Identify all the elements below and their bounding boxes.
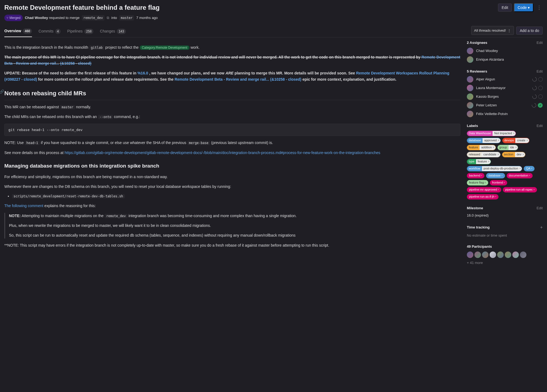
edit-reviewers[interactable]: Edit [537,69,543,74]
threads-resolved[interactable]: All threads resolved! ⋮ [471,26,514,35]
assignee[interactable]: Enrique Alcántara [467,56,543,63]
reviewer[interactable]: Peter Leitzen✓ [467,102,543,109]
code-block: git rebase head~1 --onto remote_dev [4,124,460,136]
label[interactable]: feature flag × [467,180,488,185]
label[interactable]: workflowpost-deploy-db-production × [467,166,522,171]
rerequest-icon[interactable] [531,102,537,108]
rerequest-icon[interactable] [532,76,538,82]
plus-icon[interactable]: + [540,224,543,231]
assignee[interactable]: Chad Woolley [467,48,543,54]
anchor-icon[interactable]: 🔗 [0,89,4,94]
label[interactable]: documentation × [507,173,533,178]
label[interactable]: pipeline:run-all-rspec × [503,187,537,192]
reviewers-block: 5 ReviewersEdit Alper Akgun Laura Montem… [467,69,543,117]
copy-icon[interactable]: ⧉ [107,15,109,21]
avatar[interactable] [520,251,526,258]
reviewer[interactable]: Kassio Borges [467,93,543,100]
tab-changes[interactable]: Changes143 [100,26,126,37]
script-path: scripts/remote_development/reset-remote-… [12,194,125,198]
rerequest-icon[interactable] [532,85,538,91]
pending-icon [538,86,543,90]
label[interactable]: featureaddition × [467,145,496,150]
label[interactable]: pipeline:run-as-if-jh × [467,194,499,200]
code-button[interactable]: Code ▾ [514,3,533,12]
tab-overview[interactable]: Overview460 [4,25,32,37]
author-name[interactable]: Chad Woolley [25,16,48,20]
category-label[interactable]: Category:Remote Development [140,45,190,50]
label[interactable]: pipeline:mr-approved × [467,187,501,192]
time-tracking-block: Time tracking+ No estimate or time spent [467,224,543,238]
more-actions-icon[interactable]: ⋮ [536,3,543,12]
milestone-value[interactable]: 16.0 (expired) [467,213,543,218]
avatar [467,93,473,100]
edit-labels[interactable]: Edit [537,123,543,129]
pending-icon [538,94,543,99]
avatar [467,85,473,91]
label[interactable]: databaseapproved × [467,138,501,143]
avatar[interactable] [474,251,481,258]
label[interactable]: frontend × [490,180,507,185]
target-branch[interactable]: master [119,15,134,21]
edit-milestone[interactable]: Edit [537,205,543,211]
doc-link[interactable]: https://gitlab.com/gitlab-org/remote-dev… [65,151,380,155]
mr-description: This is the integration branch in the Ra… [4,44,460,248]
tab-commits[interactable]: Commits4 [38,26,61,37]
avatar [467,76,473,83]
participants-block: 49 Participants + 41 more [467,244,543,265]
avatar[interactable] [467,251,473,258]
merge-icon: ⑂ [6,15,8,20]
source-branch[interactable]: remote_dev [82,15,105,21]
add-todo-button[interactable]: Add a to do [516,27,543,35]
avatar[interactable] [512,251,519,258]
label[interactable]: backend × [467,173,484,178]
comment-link[interactable]: The following comment [4,204,43,208]
label[interactable]: devopscreate × [502,138,529,143]
reviewer[interactable]: Laura Montemayor [467,85,543,91]
assignees-block: 2 AssigneesEdit Chad Woolley Enrique Alc… [467,40,543,63]
avatar[interactable] [505,251,511,258]
avatar [467,56,473,63]
tab-pipelines[interactable]: Pipelines258 [67,26,93,37]
chevron-down-icon: ⋮ [507,28,511,33]
section-heading: 🔗Notes on rebasing child MRs [4,89,460,100]
label[interactable]: QA × [524,166,535,171]
avatar[interactable] [482,251,489,258]
avatar[interactable] [497,251,504,258]
label[interactable]: releasedcandidate × [467,152,500,157]
edit-button[interactable]: Edit [498,4,512,12]
avatar [467,111,473,117]
mr-title: Remote Development feature behind a feat… [4,3,496,12]
label[interactable]: sectiondev × [502,152,525,157]
status-badge: ⑂Merged [4,15,23,21]
avatar [467,48,473,54]
epic-link[interactable]: Remote Development Beta - Review and mer… [175,77,301,81]
approved-icon: ✓ [538,103,543,108]
avatar[interactable] [490,251,496,258]
more-participants[interactable]: + 41 more [467,260,543,266]
labels-block: LabelsEdit Data WarehouseNot Impacted ×d… [467,123,543,200]
avatar [467,102,473,109]
label[interactable]: groupide × [497,145,518,150]
label[interactable]: Data WarehouseNot Impacted × [467,131,516,136]
label[interactable]: typefeature × [467,159,491,164]
time-ago: 7 months ago [136,15,158,21]
chevron-down-icon: ▾ [528,5,530,10]
rerequest-icon[interactable] [532,94,538,100]
milestone-link[interactable]: %16.0 [137,71,148,75]
section-subheading: Managing database migrations on this int… [4,162,460,170]
time-value: No estimate or time spent [467,233,543,238]
label[interactable]: database × [486,173,505,178]
pending-icon [538,77,543,81]
reviewer[interactable]: Félix Veillette-Potvin [467,111,543,117]
reviewer[interactable]: Alper Akgun [467,76,543,83]
milestone-block: MilestoneEdit 16.0 (expired) [467,205,543,218]
edit-assignees[interactable]: Edit [537,40,543,45]
